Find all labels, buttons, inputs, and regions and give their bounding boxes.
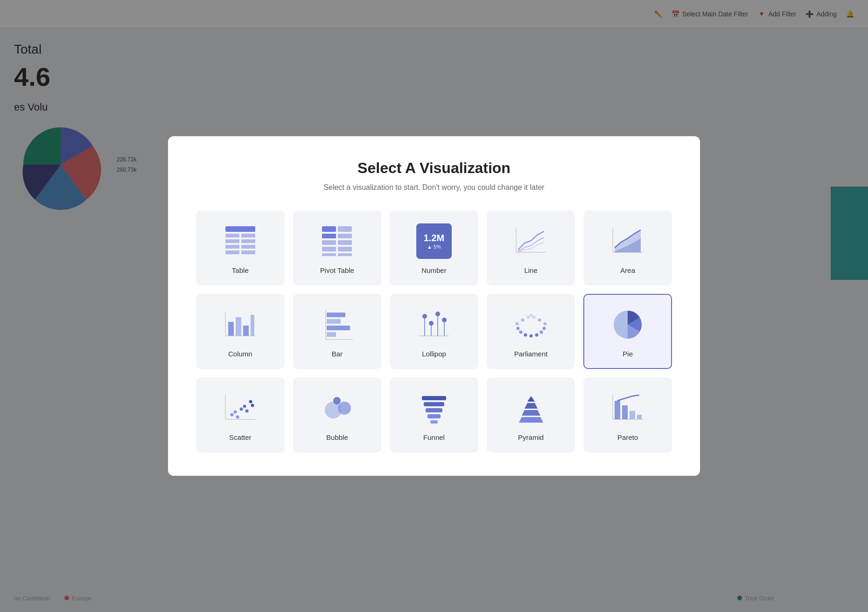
visualization-modal: Select A Visualization Select a visualiz… <box>168 136 700 476</box>
viz-card-number[interactable]: 1.2M ▲ 5% Number <box>390 210 478 285</box>
pareto-icon <box>609 389 646 427</box>
svg-rect-3 <box>241 234 255 237</box>
funnel-icon <box>415 389 453 427</box>
svg-rect-7 <box>241 245 255 249</box>
svg-rect-37 <box>327 332 336 337</box>
svg-rect-4 <box>225 239 239 243</box>
svg-rect-86 <box>615 401 620 419</box>
parliament-icon <box>512 306 550 343</box>
modal-subtitle: Select a visualization to start. Don't w… <box>196 183 672 192</box>
svg-point-67 <box>239 408 243 411</box>
svg-point-47 <box>529 334 532 338</box>
viz-card-lollipop[interactable]: Lollipop <box>390 294 478 369</box>
table-icon <box>222 223 259 260</box>
viz-label-area: Area <box>620 266 635 274</box>
svg-rect-31 <box>251 315 254 336</box>
scatter-icon <box>222 389 259 427</box>
svg-point-64 <box>230 413 233 417</box>
viz-card-column[interactable]: Column <box>196 294 285 369</box>
svg-point-69 <box>245 410 248 413</box>
svg-point-48 <box>535 334 538 337</box>
svg-rect-76 <box>424 402 444 406</box>
viz-label-line: Line <box>524 266 537 274</box>
svg-point-70 <box>249 400 252 403</box>
viz-card-funnel[interactable]: Funnel <box>390 377 478 452</box>
viz-label-bubble: Bubble <box>326 433 348 441</box>
viz-label-column: Column <box>228 350 252 358</box>
svg-point-65 <box>233 410 237 414</box>
svg-point-60 <box>529 314 532 317</box>
svg-point-46 <box>442 318 447 322</box>
area-icon <box>609 223 646 260</box>
viz-card-pyramid[interactable]: Pyramid <box>487 377 575 452</box>
svg-rect-77 <box>426 408 442 412</box>
svg-rect-34 <box>327 313 345 317</box>
modal-overlay[interactable]: Select A Visualization Select a visualiz… <box>0 0 868 612</box>
svg-point-54 <box>543 322 546 326</box>
svg-rect-19 <box>338 253 352 256</box>
svg-point-51 <box>519 331 522 334</box>
viz-label-pareto: Pareto <box>617 433 638 441</box>
svg-rect-35 <box>327 319 341 324</box>
viz-card-pareto[interactable]: Pareto <box>583 377 672 452</box>
svg-point-66 <box>236 416 239 419</box>
viz-label-bar: Bar <box>332 350 343 358</box>
svg-marker-83 <box>519 417 543 423</box>
svg-rect-28 <box>228 322 234 336</box>
svg-point-40 <box>422 314 427 319</box>
viz-label-lollipop: Lollipop <box>422 350 446 358</box>
svg-rect-16 <box>322 247 336 251</box>
viz-label-pyramid: Pyramid <box>518 433 544 441</box>
svg-rect-15 <box>338 240 352 245</box>
svg-marker-82 <box>522 410 540 416</box>
viz-card-table[interactable]: Table <box>196 210 285 285</box>
svg-rect-5 <box>241 239 255 243</box>
viz-label-table: Table <box>232 266 249 274</box>
viz-card-parliament[interactable]: Parliament <box>487 294 575 369</box>
svg-point-49 <box>524 334 527 337</box>
svg-rect-10 <box>322 226 336 232</box>
viz-card-line[interactable]: Line <box>487 210 575 285</box>
svg-rect-13 <box>338 234 352 238</box>
svg-rect-14 <box>322 240 336 245</box>
viz-card-bubble[interactable]: Bubble <box>293 377 382 452</box>
viz-card-area[interactable]: Area <box>583 210 672 285</box>
svg-rect-30 <box>243 326 249 336</box>
pyramid-icon <box>512 389 550 427</box>
svg-rect-79 <box>430 420 438 424</box>
svg-rect-17 <box>338 247 352 251</box>
svg-point-50 <box>539 331 543 334</box>
viz-label-parliament: Parliament <box>514 350 548 358</box>
svg-point-74 <box>333 397 341 404</box>
svg-point-56 <box>538 319 541 322</box>
viz-label-number: Number <box>421 266 446 274</box>
bubble-icon <box>318 389 356 427</box>
svg-marker-80 <box>527 396 535 402</box>
svg-point-44 <box>435 312 440 316</box>
lollipop-icon <box>415 306 453 343</box>
viz-label-funnel: Funnel <box>423 433 445 441</box>
svg-rect-75 <box>422 396 446 400</box>
viz-label-pivot-table: Pivot Table <box>320 266 354 274</box>
svg-rect-12 <box>322 234 336 238</box>
svg-rect-2 <box>225 234 239 237</box>
viz-card-pie[interactable]: Pie <box>583 294 672 369</box>
viz-card-bar[interactable]: Bar <box>293 294 382 369</box>
svg-rect-8 <box>225 250 239 254</box>
column-icon <box>222 306 259 343</box>
svg-rect-6 <box>225 245 239 249</box>
svg-rect-87 <box>622 405 628 419</box>
pie-icon <box>609 306 646 343</box>
svg-rect-18 <box>322 253 336 256</box>
svg-rect-29 <box>236 317 241 336</box>
svg-marker-81 <box>525 403 538 409</box>
svg-point-59 <box>526 316 530 319</box>
svg-rect-88 <box>630 411 635 419</box>
svg-rect-89 <box>637 415 642 419</box>
viz-label-pie: Pie <box>623 350 633 358</box>
svg-rect-1 <box>225 226 255 232</box>
bar-icon <box>318 306 356 343</box>
viz-card-pivot-table[interactable]: Pivot Table <box>293 210 382 285</box>
viz-card-scatter[interactable]: Scatter <box>196 377 285 452</box>
svg-point-71 <box>251 404 254 407</box>
